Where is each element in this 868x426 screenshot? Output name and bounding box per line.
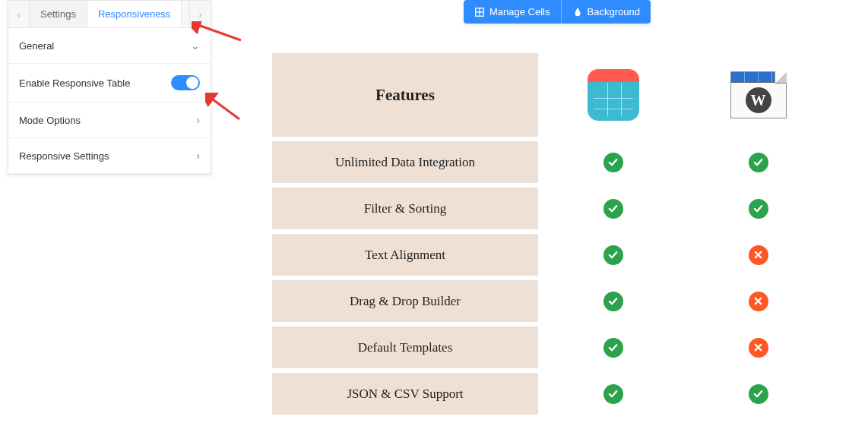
manage-cells-button[interactable]: Manage Cells <box>464 0 562 24</box>
feature-label: Drag & Drop Builder <box>350 294 461 309</box>
check-icon <box>749 199 768 219</box>
header-product-a-cell <box>543 53 683 137</box>
check-icon <box>749 153 768 172</box>
manage-cells-label: Manage Cells <box>489 6 550 17</box>
table-row: Drag & Drop Builder <box>272 280 828 322</box>
tab-settings[interactable]: Settings <box>30 1 87 27</box>
paint-icon <box>572 7 583 17</box>
product-a-cell <box>543 327 683 368</box>
sidebar-panel: ‹ Settings Responsiveness › General ⌄ En… <box>8 0 211 175</box>
cross-icon <box>749 292 768 311</box>
tabs-next-button[interactable]: › <box>189 1 211 27</box>
tabs-prev-button[interactable]: ‹ <box>8 1 30 27</box>
product-b-cell <box>688 141 828 183</box>
feature-cell: Filter & Sorting <box>272 188 538 229</box>
product-b-cell <box>688 188 828 229</box>
table-header-row: Features W <box>272 53 828 137</box>
product-a-cell <box>543 141 683 183</box>
section-responsive-settings[interactable]: Responsive Settings › <box>8 138 211 174</box>
feature-cell: Unlimited Data Integration <box>272 141 538 183</box>
chevron-right-icon: › <box>196 114 200 126</box>
chevron-left-icon: ‹ <box>17 8 21 21</box>
mode-options-label: Mode Options <box>19 115 81 126</box>
header-features-cell: Features <box>272 53 538 137</box>
feature-cell: Drag & Drop Builder <box>272 280 538 322</box>
tab-responsiveness[interactable]: Responsiveness <box>87 1 182 27</box>
product-a-cell <box>543 188 683 229</box>
chevron-down-icon: ⌄ <box>191 39 200 52</box>
feature-label: Default Templates <box>358 340 453 355</box>
table-row: Unlimited Data Integration <box>272 141 828 183</box>
check-icon <box>603 384 623 404</box>
check-icon <box>603 153 623 172</box>
editor-toolbar: Manage Cells Background <box>464 0 651 24</box>
comparison-table: Features W Unlimited Data IntegrationFil… <box>272 53 828 419</box>
sidebar-tabs: ‹ Settings Responsiveness › <box>8 1 211 28</box>
check-icon <box>603 292 623 311</box>
features-header-label: Features <box>375 86 435 105</box>
tab-settings-label: Settings <box>40 8 76 20</box>
background-label: Background <box>588 6 640 17</box>
feature-cell: JSON & CSV Support <box>272 373 538 415</box>
feature-label: JSON & CSV Support <box>347 387 463 402</box>
feature-cell: Text Alignment <box>272 234 538 276</box>
wordpress-sheet-icon: W <box>730 71 787 118</box>
product-a-cell <box>543 373 683 415</box>
enable-responsive-toggle[interactable] <box>171 75 200 90</box>
feature-label: Filter & Sorting <box>364 201 447 216</box>
chevron-right-icon: › <box>196 150 200 162</box>
product-b-cell <box>688 327 828 368</box>
table-row: Filter & Sorting <box>272 188 828 229</box>
check-icon <box>603 245 623 265</box>
background-button[interactable]: Background <box>562 0 651 24</box>
cross-icon <box>749 338 768 358</box>
check-icon <box>603 338 623 358</box>
cross-icon <box>749 245 768 265</box>
product-b-cell <box>688 280 828 322</box>
section-mode-options[interactable]: Mode Options › <box>8 103 211 138</box>
feature-label: Text Alignment <box>365 248 445 263</box>
table-app-icon <box>588 69 639 121</box>
section-general-label: General <box>19 40 54 52</box>
table-row: JSON & CSV Support <box>272 373 828 415</box>
grid-icon <box>474 7 485 17</box>
tab-responsiveness-label: Responsiveness <box>98 8 170 20</box>
product-b-cell <box>688 373 828 415</box>
feature-cell: Default Templates <box>272 327 538 368</box>
product-a-cell <box>543 280 683 322</box>
feature-label: Unlimited Data Integration <box>335 155 475 170</box>
section-general[interactable]: General ⌄ <box>8 28 211 64</box>
table-row: Default Templates <box>272 327 828 368</box>
product-b-cell <box>688 234 828 276</box>
row-enable-responsive: Enable Responsive Table <box>8 64 211 103</box>
header-product-b-cell: W <box>688 53 828 137</box>
enable-responsive-label: Enable Responsive Table <box>19 77 130 89</box>
check-icon <box>749 384 768 404</box>
chevron-right-icon: › <box>198 8 202 21</box>
product-a-cell <box>543 234 683 276</box>
table-row: Text Alignment <box>272 234 828 276</box>
check-icon <box>603 199 623 219</box>
responsive-settings-label: Responsive Settings <box>19 150 109 162</box>
svg-line-4 <box>210 97 239 119</box>
